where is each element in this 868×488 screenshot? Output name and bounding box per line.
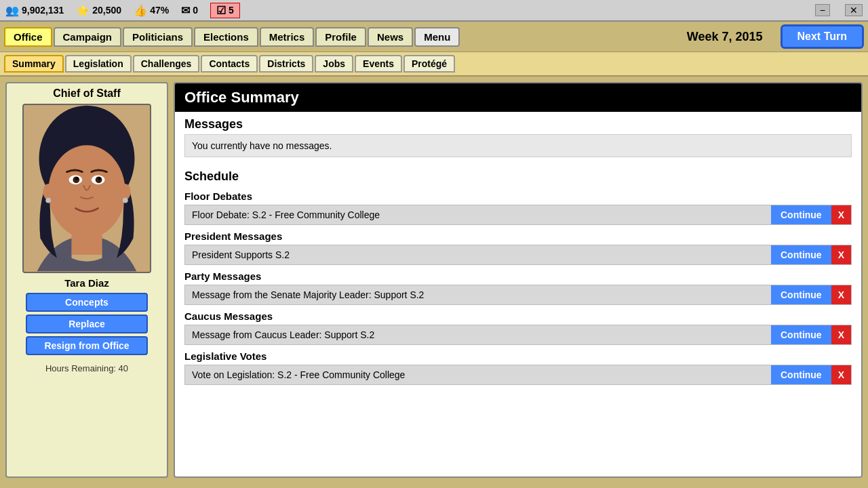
continue-button-president[interactable]: Continue bbox=[771, 245, 831, 264]
popularity-display: ⭐ 20,500 bbox=[76, 4, 121, 17]
alert-icon: ☑ bbox=[216, 4, 226, 17]
schedule-item-president: President Supports S.2 Continue X bbox=[184, 245, 852, 265]
svg-point-10 bbox=[43, 184, 54, 199]
svg-point-8 bbox=[75, 177, 78, 180]
status-bar: 👥 9,902,131 ⭐ 20,500 👍 47% ✉ 0 ☑ 5 − ✕ bbox=[0, 0, 868, 22]
concepts-button[interactable]: Concepts bbox=[26, 293, 148, 312]
svg-point-9 bbox=[98, 177, 101, 180]
nav-tab-campaign[interactable]: Campaign bbox=[54, 27, 122, 47]
dismiss-button-vote[interactable]: X bbox=[831, 365, 851, 384]
approval-icon: 👍 bbox=[134, 4, 147, 17]
schedule-item-text: Message from the Senate Majority Leader:… bbox=[185, 285, 771, 304]
sub-tab-contacts[interactable]: Contacts bbox=[201, 55, 258, 73]
group-caucus-messages: Caucus Messages bbox=[175, 306, 861, 323]
svg-rect-3 bbox=[71, 232, 102, 255]
svg-point-2 bbox=[48, 145, 125, 238]
population-display: 👥 9,902,131 bbox=[5, 4, 64, 17]
chief-of-staff-title: Chief of Staff bbox=[53, 87, 121, 100]
group-legislative-votes: Legislative Votes bbox=[175, 346, 861, 363]
alerts-display: ☑ 5 bbox=[210, 3, 240, 18]
main-area: Chief of Staff bbox=[0, 77, 868, 483]
population-icon: 👥 bbox=[5, 4, 19, 17]
schedule-title: Schedule bbox=[175, 164, 861, 186]
dismiss-button-party[interactable]: X bbox=[831, 285, 851, 304]
dismiss-button-caucus[interactable]: X bbox=[831, 325, 851, 344]
approval-value: 47% bbox=[150, 5, 169, 16]
schedule-item-text: Vote on Legislation: S.2 - Free Communit… bbox=[185, 365, 771, 384]
sub-tab-districts[interactable]: Districts bbox=[259, 55, 313, 73]
nav-tab-profile[interactable]: Profile bbox=[315, 27, 366, 47]
resign-from-office-button[interactable]: Resign from Office bbox=[26, 336, 148, 355]
continue-button-caucus[interactable]: Continue bbox=[771, 325, 831, 344]
schedule-item-text: Message from Caucus Leader: Support S.2 bbox=[185, 325, 771, 344]
week-display: Week 7, 2015 bbox=[687, 30, 763, 44]
schedule-item-caucus: Message from Caucus Leader: Support S.2 … bbox=[184, 325, 852, 345]
staff-name: Tara Diaz bbox=[64, 277, 109, 289]
population-value: 9,902,131 bbox=[22, 5, 64, 16]
sub-tab-protege[interactable]: Protégé bbox=[403, 55, 455, 73]
menu-button[interactable]: Menu bbox=[414, 27, 460, 47]
primary-nav: Office Campaign Politicians Elections Me… bbox=[0, 22, 868, 52]
svg-point-11 bbox=[120, 184, 131, 199]
schedule-item-text: President Supports S.2 bbox=[185, 245, 771, 264]
group-party-messages: Party Messages bbox=[175, 266, 861, 283]
hours-remaining: Hours Remaining: 40 bbox=[45, 363, 128, 373]
group-floor-debates: Floor Debates bbox=[175, 186, 861, 203]
nav-tab-news[interactable]: News bbox=[368, 27, 413, 47]
staff-avatar bbox=[22, 104, 151, 273]
schedule-item-party: Message from the Senate Majority Leader:… bbox=[184, 285, 852, 305]
sub-tab-legislation[interactable]: Legislation bbox=[65, 55, 132, 73]
sub-tab-events[interactable]: Events bbox=[355, 55, 402, 73]
mail-icon: ✉ bbox=[181, 4, 190, 17]
approval-display: 👍 47% bbox=[134, 4, 169, 17]
schedule-item-floor-debate: Floor Debate: S.2 - Free Community Colle… bbox=[184, 205, 852, 225]
schedule-item-text: Floor Debate: S.2 - Free Community Colle… bbox=[185, 205, 771, 224]
left-panel: Chief of Staff bbox=[5, 82, 168, 478]
dismiss-button-president[interactable]: X bbox=[831, 245, 851, 264]
continue-button-vote[interactable]: Continue bbox=[771, 365, 831, 384]
sub-tab-jobs[interactable]: Jobs bbox=[315, 55, 353, 73]
continue-button-party[interactable]: Continue bbox=[771, 285, 831, 304]
dismiss-button-floor-debate[interactable]: X bbox=[831, 205, 851, 224]
svg-point-12 bbox=[45, 198, 51, 203]
next-turn-button[interactable]: Next Turn bbox=[781, 24, 864, 49]
nav-tab-politicians[interactable]: Politicians bbox=[123, 27, 193, 47]
mail-display: ✉ 0 bbox=[181, 4, 198, 17]
sub-tab-summary[interactable]: Summary bbox=[4, 55, 64, 73]
nav-tab-metrics[interactable]: Metrics bbox=[260, 27, 315, 47]
page-title: Office Summary bbox=[175, 83, 861, 112]
mail-value: 0 bbox=[193, 5, 198, 16]
right-panel: Office Summary Messages You currently ha… bbox=[174, 82, 863, 478]
nav-tab-office[interactable]: Office bbox=[4, 27, 52, 47]
popularity-icon: ⭐ bbox=[76, 4, 90, 17]
svg-point-13 bbox=[123, 198, 128, 203]
continue-button-floor-debate[interactable]: Continue bbox=[771, 205, 831, 224]
minimize-button[interactable]: − bbox=[815, 4, 830, 16]
messages-box: You currently have no messages. bbox=[184, 134, 852, 157]
secondary-nav: Summary Legislation Challenges Contacts … bbox=[0, 52, 868, 77]
messages-title: Messages bbox=[175, 112, 861, 134]
close-button[interactable]: ✕ bbox=[845, 4, 863, 16]
sub-tab-challenges[interactable]: Challenges bbox=[133, 55, 200, 73]
nav-tab-elections[interactable]: Elections bbox=[194, 27, 258, 47]
schedule-item-vote: Vote on Legislation: S.2 - Free Communit… bbox=[184, 365, 852, 385]
popularity-value: 20,500 bbox=[92, 5, 121, 16]
group-president-messages: President Messages bbox=[175, 226, 861, 243]
replace-button[interactable]: Replace bbox=[26, 314, 148, 333]
alerts-value: 5 bbox=[229, 5, 234, 16]
